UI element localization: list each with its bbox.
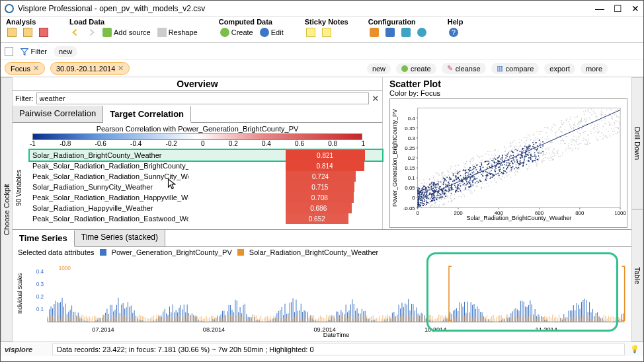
daterange-chip[interactable]: 30.09.-20.11.2014✕: [50, 62, 130, 75]
svg-point-717: [442, 179, 443, 180]
sidetab-table[interactable]: Table: [631, 209, 643, 342]
timeseries-plot[interactable]: 0.10.20.30.41000Individual Scales07.2014…: [17, 259, 627, 340]
config-icon-2[interactable]: [384, 27, 396, 38]
add-source-button[interactable]: Add source: [101, 27, 152, 38]
svg-point-885: [441, 172, 442, 174]
config-icon-3[interactable]: [400, 27, 412, 38]
svg-text:0.3: 0.3: [408, 135, 416, 141]
corr-row[interactable]: Peak_Solar_Radiation_Radiation_Eastwood_…: [30, 213, 382, 224]
svg-point-453: [618, 117, 620, 118]
focus-clear-icon[interactable]: ✕: [33, 64, 39, 73]
svg-point-1486: [508, 165, 509, 166]
svg-point-1297: [427, 202, 428, 203]
action-compare[interactable]: ▥ compare: [491, 63, 540, 74]
svg-point-1110: [495, 174, 497, 175]
filter-input[interactable]: [36, 92, 370, 104]
sticky-new-icon[interactable]: [305, 27, 317, 38]
hint-icon[interactable]: 💡: [630, 345, 639, 353]
svg-point-137: [539, 151, 540, 152]
filter-new-pill[interactable]: new: [54, 46, 77, 57]
svg-point-483: [515, 143, 516, 144]
analysis-new-icon[interactable]: [6, 27, 18, 38]
corr-row[interactable]: Solar_Radiation_BrightCounty_Weather0.82…: [30, 150, 382, 161]
svg-point-101: [485, 153, 487, 155]
svg-point-1395: [491, 164, 493, 166]
svg-point-1493: [472, 169, 473, 170]
action-new[interactable]: new: [367, 63, 391, 74]
svg-point-465: [567, 145, 569, 147]
redo-icon[interactable]: [85, 27, 97, 38]
maximize-button[interactable]: ☐: [614, 3, 622, 14]
svg-point-218: [598, 116, 599, 118]
analysis-save-icon[interactable]: [38, 27, 50, 38]
svg-point-631: [551, 141, 553, 143]
corr-row[interactable]: Solar_Radiation_SunnyCity_Weather0.715: [30, 182, 382, 192]
svg-point-147: [600, 136, 601, 137]
svg-point-1243: [449, 178, 450, 180]
help-icon[interactable]: ?: [448, 27, 460, 38]
menu-help[interactable]: Help: [448, 18, 463, 26]
sidetab-drilldown[interactable]: Drill Down: [631, 77, 643, 209]
svg-point-786: [520, 145, 522, 146]
svg-point-815: [590, 131, 592, 132]
menu-config[interactable]: Configuration: [368, 18, 428, 26]
config-icon-1[interactable]: [368, 27, 380, 38]
svg-point-477: [608, 131, 609, 132]
menu-loaddata[interactable]: Load Data: [69, 18, 199, 26]
analysis-open-icon[interactable]: [22, 27, 34, 38]
computed-create-button[interactable]: Create: [219, 27, 255, 38]
tab-timeseries-stacked[interactable]: Time Series (stacked): [75, 230, 165, 246]
tab-target[interactable]: Target Correlation: [103, 106, 191, 123]
svg-point-1214: [527, 155, 528, 156]
action-create[interactable]: create: [396, 63, 436, 74]
close-button[interactable]: ✕: [631, 3, 639, 14]
panel-toggle-icon[interactable]: [5, 47, 13, 56]
filter-button[interactable]: Filter: [19, 46, 48, 57]
focus-chip[interactable]: Focus✕: [5, 62, 45, 75]
minimize-button[interactable]: —: [595, 3, 604, 14]
menu-computed[interactable]: Computed Data: [219, 18, 285, 26]
svg-point-68: [568, 148, 569, 149]
daterange-clear-icon[interactable]: ✕: [118, 64, 124, 73]
corr-row[interactable]: Peak_Solar_Radiation_Radiation_Happyvill…: [30, 192, 382, 203]
svg-point-448: [552, 152, 553, 153]
tab-pairwise[interactable]: Pairwise Correlation: [13, 106, 103, 122]
filter-clear-icon[interactable]: ✕: [372, 93, 380, 104]
config-icon-4[interactable]: [416, 27, 428, 38]
svg-point-343: [584, 143, 586, 145]
svg-point-1146: [426, 203, 427, 205]
svg-point-948: [430, 198, 431, 199]
tab-timeseries[interactable]: Time Series: [13, 231, 75, 247]
svg-point-769: [539, 131, 540, 133]
sidetab-choose-cockpit[interactable]: Choose Cockpit: [1, 77, 13, 342]
sticky-list-icon[interactable]: [321, 27, 333, 38]
svg-point-234: [507, 159, 508, 160]
undo-icon[interactable]: [69, 27, 81, 38]
svg-point-337: [537, 166, 538, 167]
computed-edit-button[interactable]: Edit: [259, 27, 285, 38]
menu-analysis[interactable]: Analysis: [6, 18, 50, 26]
svg-point-398: [514, 140, 515, 141]
corr-row[interactable]: Peak_Solar_Radiation_Radiation_BrightCou…: [30, 161, 382, 171]
reshape-button[interactable]: Reshape: [156, 27, 199, 38]
svg-point-1503: [445, 184, 446, 185]
svg-point-456: [423, 179, 424, 180]
svg-point-1114: [506, 163, 507, 164]
scatter-plot[interactable]: -0.0500.050.10.150.20.250.30.350.4020040…: [389, 98, 627, 228]
svg-point-317: [471, 191, 472, 192]
menu-sticky[interactable]: Sticky Notes: [305, 18, 348, 26]
svg-point-1273: [421, 188, 423, 190]
action-more[interactable]: more: [581, 63, 608, 74]
svg-point-338: [463, 163, 465, 164]
corr-row[interactable]: Solar_Radiation_Happyville_Weather0.686: [30, 203, 382, 213]
svg-point-1573: [430, 184, 431, 185]
svg-point-691: [495, 182, 497, 184]
action-cleanse[interactable]: ✎ cleanse: [442, 63, 486, 74]
svg-point-694: [446, 196, 448, 197]
action-export[interactable]: export: [544, 63, 575, 74]
corr-row[interactable]: Peak_Solar_Radiation_Radiation_SunnyCity…: [30, 171, 382, 182]
svg-point-678: [527, 169, 528, 170]
svg-point-1344: [508, 163, 509, 164]
svg-point-458: [438, 206, 440, 207]
svg-point-618: [617, 121, 618, 122]
